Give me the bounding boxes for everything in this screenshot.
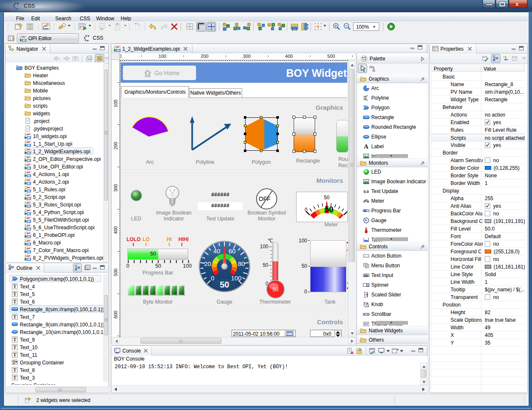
svg-text:40: 40 xyxy=(213,247,221,255)
svg-text:50: 50 xyxy=(325,205,333,214)
svg-text:0: 0 xyxy=(305,207,308,213)
svg-text:OFF: OFF xyxy=(259,195,270,202)
svg-text:50: 50 xyxy=(324,195,330,201)
svg-text:50: 50 xyxy=(273,287,278,293)
svg-text:80: 80 xyxy=(238,260,245,267)
svg-text:60: 60 xyxy=(229,247,236,255)
svg-text:20: 20 xyxy=(204,260,211,267)
svg-text:0: 0 xyxy=(211,274,214,282)
svg-text:50: 50 xyxy=(220,280,229,289)
